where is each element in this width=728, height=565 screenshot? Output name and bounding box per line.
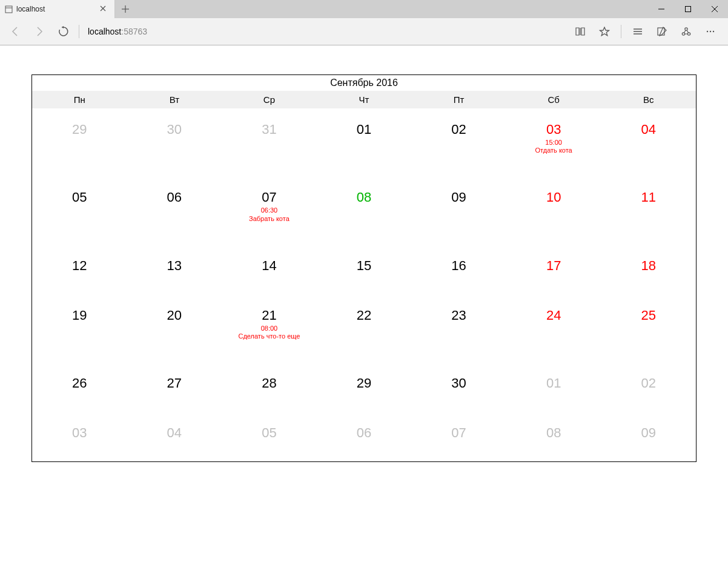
new-tab-button[interactable] bbox=[115, 0, 136, 18]
day-number: 02 bbox=[414, 123, 504, 136]
calendar-cell[interactable]: 06 bbox=[317, 412, 412, 461]
calendar-cell[interactable]: 16 bbox=[411, 245, 506, 294]
day-number: 08 bbox=[509, 426, 599, 440]
calendar-cell[interactable]: 29 bbox=[317, 362, 412, 412]
separator bbox=[79, 25, 79, 38]
svg-rect-7 bbox=[686, 7, 691, 12]
calendar-cell[interactable]: 08 bbox=[506, 412, 601, 461]
day-number: 03 bbox=[509, 123, 599, 136]
calendar-cell[interactable]: 19 bbox=[32, 294, 127, 362]
calendar-cell[interactable]: 18 bbox=[601, 245, 696, 294]
refresh-button[interactable] bbox=[52, 21, 75, 42]
day-number: 22 bbox=[319, 309, 409, 322]
calendar-cell[interactable]: 12 bbox=[32, 245, 127, 294]
calendar-cell[interactable]: 03 bbox=[32, 412, 127, 461]
calendar-title: Сентябрь 2016 bbox=[32, 75, 696, 91]
calendar-weekday-header: ПнВтСрЧтПтСбВс bbox=[32, 91, 696, 108]
more-button[interactable] bbox=[699, 21, 722, 42]
calendar-cell[interactable]: 22 bbox=[317, 294, 412, 362]
weekday-header-cell: Чт bbox=[317, 91, 412, 108]
calendar-body: 29303101020315:00Отдать кота0405060706:3… bbox=[32, 108, 696, 461]
weekday-header-cell: Пн bbox=[32, 91, 127, 108]
calendar-cell[interactable]: 24 bbox=[506, 294, 601, 362]
calendar-cell[interactable]: 2108:00Сделать что-то еще bbox=[222, 294, 317, 362]
calendar-cell[interactable]: 27 bbox=[127, 362, 222, 412]
hub-button[interactable] bbox=[626, 21, 649, 42]
calendar-cell[interactable]: 05 bbox=[222, 412, 317, 461]
calendar-cell[interactable]: 01 bbox=[317, 108, 412, 176]
weekday-header-cell: Вт bbox=[127, 91, 222, 108]
day-number: 06 bbox=[130, 191, 220, 204]
calendar-cell[interactable]: 28 bbox=[222, 362, 317, 412]
calendar-cell[interactable]: 30 bbox=[127, 108, 222, 176]
calendar-cell[interactable]: 25 bbox=[601, 294, 696, 362]
day-number: 28 bbox=[224, 377, 314, 390]
address-bar[interactable]: localhost:58763 bbox=[85, 27, 568, 36]
day-number: 05 bbox=[224, 426, 314, 440]
calendar-cell[interactable]: 08 bbox=[317, 176, 412, 244]
calendar-cell[interactable]: 30 bbox=[411, 362, 506, 412]
window-close-button[interactable] bbox=[701, 0, 728, 18]
forward-button[interactable] bbox=[28, 21, 51, 42]
calendar-cell[interactable]: 01 bbox=[506, 362, 601, 412]
calendar-cell[interactable]: 07 bbox=[411, 412, 506, 461]
day-number: 30 bbox=[130, 123, 220, 136]
svg-point-16 bbox=[687, 33, 690, 35]
calendar-cell[interactable]: 15 bbox=[317, 245, 412, 294]
day-number: 21 bbox=[224, 309, 314, 322]
calendar-cell[interactable]: 10 bbox=[506, 176, 601, 244]
calendar-cell[interactable]: 14 bbox=[222, 245, 317, 294]
day-number: 06 bbox=[319, 426, 409, 440]
svg-point-15 bbox=[682, 33, 684, 35]
day-events: 08:00Сделать что-то еще bbox=[224, 325, 314, 340]
day-number: 04 bbox=[603, 123, 693, 136]
share-button[interactable] bbox=[675, 21, 698, 42]
browser-tab[interactable]: localhost bbox=[0, 0, 115, 18]
calendar-cell[interactable]: 29 bbox=[32, 108, 127, 176]
favorite-button[interactable] bbox=[593, 21, 616, 42]
calendar-cell[interactable]: 31 bbox=[222, 108, 317, 176]
day-number: 31 bbox=[224, 123, 314, 136]
event-time: 08:00 bbox=[224, 325, 314, 332]
day-number: 11 bbox=[603, 191, 693, 204]
page-icon bbox=[5, 5, 13, 13]
day-number: 05 bbox=[35, 191, 125, 204]
calendar-cell[interactable]: 20 bbox=[127, 294, 222, 362]
calendar-cell[interactable]: 17 bbox=[506, 245, 601, 294]
calendar-cell[interactable]: 02 bbox=[601, 362, 696, 412]
day-number: 15 bbox=[319, 259, 409, 273]
event-time: 06:30 bbox=[224, 207, 314, 214]
calendar-cell[interactable]: 05 bbox=[32, 176, 127, 244]
tab-close-button[interactable] bbox=[98, 4, 108, 15]
tabstrip: localhost bbox=[0, 0, 728, 18]
calendar-cell[interactable]: 02 bbox=[411, 108, 506, 176]
page-content: Сентябрь 2016 ПнВтСрЧтПтСбВс 29303101020… bbox=[0, 45, 728, 491]
window-controls bbox=[648, 0, 728, 18]
calendar-cell[interactable]: 23 bbox=[411, 294, 506, 362]
calendar-cell[interactable]: 0315:00Отдать кота bbox=[506, 108, 601, 176]
calendar-cell[interactable]: 06 bbox=[127, 176, 222, 244]
calendar-cell[interactable]: 26 bbox=[32, 362, 127, 412]
day-number: 01 bbox=[319, 123, 409, 136]
day-number: 07 bbox=[414, 426, 504, 440]
day-number: 29 bbox=[319, 377, 409, 390]
calendar: Сентябрь 2016 ПнВтСрЧтПтСбВс 29303101020… bbox=[31, 74, 697, 462]
day-number: 17 bbox=[509, 259, 599, 273]
day-number: 02 bbox=[603, 377, 693, 390]
day-number: 23 bbox=[414, 309, 504, 322]
calendar-cell[interactable]: 09 bbox=[601, 412, 696, 461]
calendar-cell[interactable]: 11 bbox=[601, 176, 696, 244]
calendar-cell[interactable]: 09 bbox=[411, 176, 506, 244]
calendar-cell[interactable]: 13 bbox=[127, 245, 222, 294]
calendar-cell[interactable]: 04 bbox=[127, 412, 222, 461]
day-number: 10 bbox=[509, 191, 599, 204]
window-maximize-button[interactable] bbox=[675, 0, 701, 18]
calendar-cell[interactable]: 04 bbox=[601, 108, 696, 176]
web-note-button[interactable] bbox=[650, 21, 673, 42]
window-minimize-button[interactable] bbox=[648, 0, 675, 18]
day-number: 24 bbox=[509, 309, 599, 322]
back-button[interactable] bbox=[4, 21, 27, 42]
reading-view-button[interactable] bbox=[569, 21, 592, 42]
day-number: 16 bbox=[414, 259, 504, 273]
calendar-cell[interactable]: 0706:30Забрать кота bbox=[222, 176, 317, 244]
